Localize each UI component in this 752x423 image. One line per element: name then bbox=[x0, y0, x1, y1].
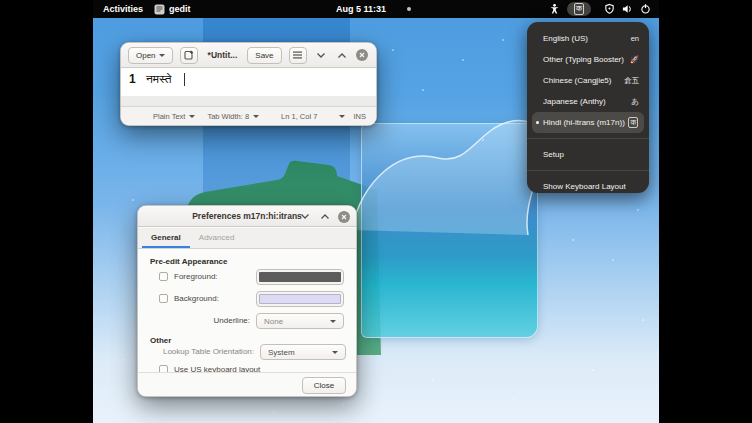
underline-dropdown[interactable]: None bbox=[256, 313, 344, 329]
system-status-area: क bbox=[549, 0, 651, 18]
menu-item-english[interactable]: English (US) en bbox=[527, 28, 649, 49]
volume-icon[interactable] bbox=[622, 3, 633, 15]
tab-general-label: General bbox=[151, 233, 181, 242]
active-tab-underline bbox=[142, 246, 190, 249]
gedit-icon bbox=[154, 4, 165, 15]
tab-width-dropdown[interactable]: Tab Width: 8 bbox=[207, 112, 259, 121]
new-document-button[interactable] bbox=[180, 47, 198, 64]
tab-width-label: Tab Width: 8 bbox=[207, 112, 249, 121]
lookup-orientation-dropdown[interactable]: System bbox=[260, 344, 346, 360]
prefs-minimize-button[interactable] bbox=[298, 210, 312, 224]
background-color-swatch bbox=[259, 294, 341, 304]
gedit-headerbar: Open *Untit... Save bbox=[121, 43, 376, 68]
preferences-window-title: Preferences m17n:hi:itrans bbox=[192, 211, 302, 221]
prefs-close-button[interactable] bbox=[338, 211, 350, 223]
desktop: Activities gedit Aug 5 11:31 bbox=[93, 0, 659, 423]
editor-text: नमस्ते bbox=[146, 72, 172, 86]
notification-dot bbox=[407, 7, 411, 11]
chevron-up-icon bbox=[321, 214, 329, 219]
cursor-position-label: Ln 1, Col 7 bbox=[281, 112, 317, 121]
menu-item-badge: あ bbox=[627, 97, 639, 107]
menu-item-setup[interactable]: Setup bbox=[527, 144, 649, 165]
menu-separator bbox=[527, 138, 649, 139]
menu-item-hindi[interactable]: Hindi (hi-itrans (m17n)) क bbox=[532, 112, 644, 133]
lookup-row: Lookup Table Orientation: bbox=[158, 347, 254, 356]
prefs-maximize-button[interactable] bbox=[318, 210, 332, 224]
text-editor-area[interactable]: 1 नमस्ते bbox=[121, 69, 376, 108]
clock-button[interactable]: Aug 5 11:31 bbox=[336, 0, 386, 18]
activities-button[interactable]: Activities bbox=[103, 0, 143, 18]
keyboard-indicator-button[interactable]: क bbox=[567, 2, 591, 16]
menu-item-japanese[interactable]: Japanese (Anthy) あ bbox=[527, 91, 649, 112]
menu-item-chinese[interactable]: Chinese (Cangjie5) 倉五 bbox=[527, 70, 649, 91]
menu-item-label: Chinese (Cangjie5) bbox=[543, 76, 611, 85]
gedit-maximize-button[interactable] bbox=[335, 48, 349, 62]
power-icon[interactable] bbox=[640, 3, 651, 15]
screen: Activities gedit Aug 5 11:31 bbox=[0, 0, 752, 423]
close-icon bbox=[359, 52, 365, 58]
foreground-color-button[interactable] bbox=[256, 269, 344, 285]
open-button[interactable]: Open bbox=[128, 47, 173, 64]
foreground-checkbox[interactable] bbox=[159, 272, 168, 281]
foreground-color-swatch bbox=[259, 272, 341, 282]
text-caret bbox=[184, 73, 185, 86]
close-button[interactable]: Close bbox=[302, 377, 346, 394]
preferences-window: Preferences m17n:hi:itrans bbox=[137, 205, 357, 397]
preferences-body: Pre-edit Appearance Foreground: Backgrou… bbox=[138, 250, 356, 374]
input-method-menu: English (US) en Other (Typing Booster) 🚀… bbox=[527, 22, 649, 193]
lookup-value: System bbox=[268, 348, 332, 357]
chevron-down-icon bbox=[159, 54, 165, 57]
new-document-icon bbox=[184, 50, 194, 60]
cursor-position-indicator[interactable]: Ln 1, Col 7 bbox=[281, 112, 317, 121]
close-icon bbox=[341, 214, 347, 220]
background-row: Background: bbox=[159, 294, 219, 303]
underline-label: Underline: bbox=[214, 316, 250, 325]
lookup-label: Lookup Table Orientation: bbox=[163, 347, 254, 356]
shield-icon[interactable] bbox=[604, 3, 615, 15]
gedit-minimize-button[interactable] bbox=[314, 48, 328, 62]
hamburger-icon bbox=[293, 51, 302, 59]
hamburger-menu-button[interactable] bbox=[289, 47, 307, 64]
keyboard-indicator-glyph: क bbox=[574, 3, 584, 15]
file-type-label: Plain Text bbox=[153, 112, 185, 121]
chevron-down-icon bbox=[317, 53, 325, 58]
tab-advanced[interactable]: Advanced bbox=[190, 227, 244, 248]
background-color-button[interactable] bbox=[256, 291, 344, 307]
gedit-statusbar: Plain Text Tab Width: 8 Ln 1, Col 7 INS bbox=[121, 106, 376, 125]
save-button[interactable]: Save bbox=[247, 47, 281, 64]
gedit-window-title: *Untit... bbox=[208, 50, 238, 60]
tab-general[interactable]: General bbox=[142, 227, 190, 248]
input-mode-label: INS bbox=[353, 112, 366, 121]
chevron-down-icon bbox=[332, 351, 338, 354]
chevron-down-icon[interactable] bbox=[339, 115, 345, 118]
background-checkbox[interactable] bbox=[159, 294, 168, 303]
focused-app-label: gedit bbox=[169, 4, 191, 14]
save-button-label: Save bbox=[255, 51, 273, 60]
menu-item-badge: 倉五 bbox=[620, 76, 639, 86]
selected-indicator bbox=[536, 121, 539, 124]
underline-row: Underline: bbox=[158, 316, 250, 325]
open-button-label: Open bbox=[136, 51, 156, 60]
chevron-down-icon bbox=[253, 115, 259, 118]
close-button-label: Close bbox=[314, 381, 334, 390]
menu-item-typing-booster[interactable]: Other (Typing Booster) 🚀 bbox=[527, 49, 649, 70]
menu-item-label: Hindi (hi-itrans (m17n)) bbox=[543, 118, 625, 127]
foreground-label: Foreground: bbox=[174, 272, 218, 281]
background-label: Background: bbox=[174, 294, 219, 303]
file-type-dropdown[interactable]: Plain Text bbox=[153, 112, 195, 121]
preferences-action-area: Close bbox=[138, 372, 356, 396]
foreground-row: Foreground: bbox=[159, 272, 218, 281]
menu-separator bbox=[527, 170, 649, 171]
top-bar: Activities gedit Aug 5 11:31 bbox=[93, 0, 659, 18]
menu-item-show-keyboard-layout[interactable]: Show Keyboard Layout bbox=[527, 176, 649, 197]
menu-item-label: Setup bbox=[543, 150, 564, 159]
gedit-window: Open *Untit... Save bbox=[120, 42, 377, 126]
gedit-close-button[interactable] bbox=[356, 49, 368, 61]
other-section-header: Other bbox=[150, 336, 171, 345]
accessibility-icon[interactable] bbox=[549, 3, 560, 15]
focused-app-menu[interactable]: gedit bbox=[154, 0, 191, 18]
tab-advanced-label: Advanced bbox=[199, 233, 235, 242]
menu-item-label: English (US) bbox=[543, 34, 588, 43]
preferences-headerbar: Preferences m17n:hi:itrans bbox=[138, 206, 356, 227]
line-number: 1 bbox=[129, 72, 136, 86]
